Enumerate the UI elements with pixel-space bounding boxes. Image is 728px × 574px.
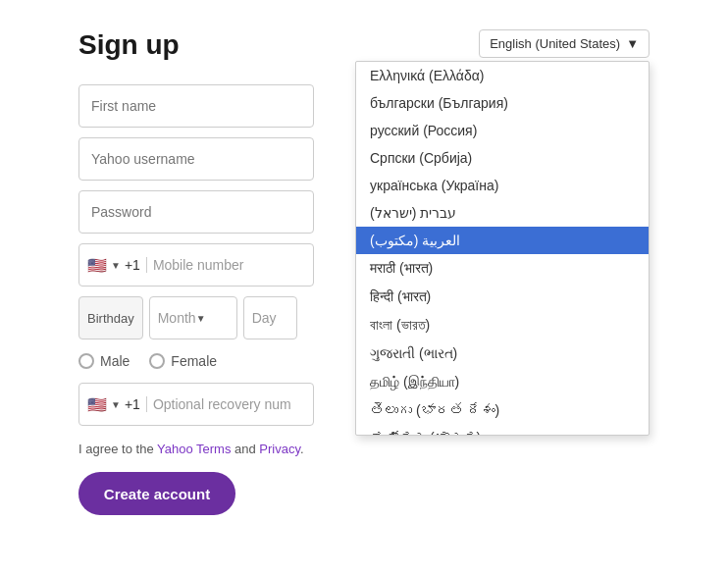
language-item-hindi[interactable]: हिन्दी (भारत) (356, 283, 649, 311)
gender-row: Male Female (78, 349, 314, 373)
phone-dropdown-arrow: ▼ (111, 260, 121, 271)
language-label: English (United States) (490, 36, 620, 51)
male-radio[interactable] (78, 353, 94, 369)
language-item-telugu[interactable]: తెలుగు (భారత దేశం) (356, 396, 649, 424)
privacy-link[interactable]: Privacy (259, 442, 300, 456)
language-arrow: ▼ (626, 36, 639, 51)
birthday-month-dropdown[interactable]: Month ▼ (149, 296, 237, 339)
optional-phone-placeholder: Optional recovery num (153, 396, 291, 412)
phone-code: +1 (125, 257, 147, 273)
language-item-gujarati[interactable]: ગુજરાતી (ભારત) (356, 339, 649, 368)
us-flag-icon: 🇺🇸 (87, 256, 107, 275)
terms-row: I agree to the Yahoo Terms and Privacy. (78, 442, 314, 456)
language-item-greek[interactable]: Ελληνικά (Ελλάδα) (356, 62, 649, 89)
day-placeholder: Day (252, 310, 277, 326)
language-item-marathi[interactable]: मराठी (भारत) (356, 254, 649, 283)
first-name-input[interactable] (78, 84, 314, 128)
yahoo-username-input[interactable] (78, 137, 314, 181)
language-item-russian[interactable]: русский (Россия) (356, 117, 649, 144)
mobile-phone-row[interactable]: 🇺🇸 ▼ +1 Mobile number (78, 243, 314, 287)
yahoo-terms-link[interactable]: Yahoo Terms (157, 442, 231, 456)
female-radio[interactable] (149, 353, 165, 369)
optional-phone-dropdown-arrow: ▼ (111, 399, 121, 410)
birthday-row: Birthday Month ▼ Day (78, 296, 314, 339)
signup-form: 🇺🇸 ▼ +1 Mobile number Birthday Month ▼ D… (78, 84, 314, 515)
birthday-label: Birthday (78, 296, 143, 339)
mobile-placeholder: Mobile number (153, 257, 244, 273)
birthday-day-input[interactable]: Day (243, 296, 297, 339)
month-placeholder: Month (158, 310, 196, 326)
terms-and: and (231, 442, 259, 456)
password-input[interactable] (78, 190, 314, 234)
create-account-button[interactable]: Create account (78, 472, 235, 515)
language-item-bengali[interactable]: বাংলা (ভারত) (356, 311, 649, 339)
male-label: Male (100, 353, 130, 369)
optional-phone-code: +1 (125, 396, 147, 412)
language-item-serbian[interactable]: Српски (Србија) (356, 144, 649, 172)
terms-period: . (300, 442, 304, 456)
terms-text-before: I agree to the (78, 442, 157, 456)
language-item-hebrew[interactable]: עברית (ישראל) (356, 199, 649, 227)
language-button[interactable]: English (United States) ▼ (479, 29, 650, 58)
language-dropdown[interactable]: Ελληνικά (Ελλάδα)български (България)рус… (355, 61, 650, 436)
language-item-arabic[interactable]: العربية (مكتوب) (356, 227, 649, 254)
optional-us-flag-icon: 🇺🇸 (87, 395, 107, 414)
language-item-bulgarian[interactable]: български (България) (356, 89, 649, 117)
page-container: Sign up English (United States) ▼ Ελληνι… (0, 0, 728, 545)
language-item-ukrainian[interactable]: українська (Україна) (356, 172, 649, 199)
gender-male-option[interactable]: Male (78, 353, 130, 369)
month-arrow: ▼ (196, 313, 229, 324)
language-item-tamil[interactable]: தமிழ் (இந்தியா) (356, 368, 649, 396)
female-label: Female (171, 353, 217, 369)
optional-phone-row[interactable]: 🇺🇸 ▼ +1 Optional recovery num (78, 383, 314, 426)
language-list[interactable]: Ελληνικά (Ελλάδα)български (България)рус… (356, 62, 649, 435)
gender-female-option[interactable]: Female (149, 353, 217, 369)
language-item-kannada[interactable]: ಕನ್ನಡ (ಭಾರತ) (356, 424, 649, 435)
